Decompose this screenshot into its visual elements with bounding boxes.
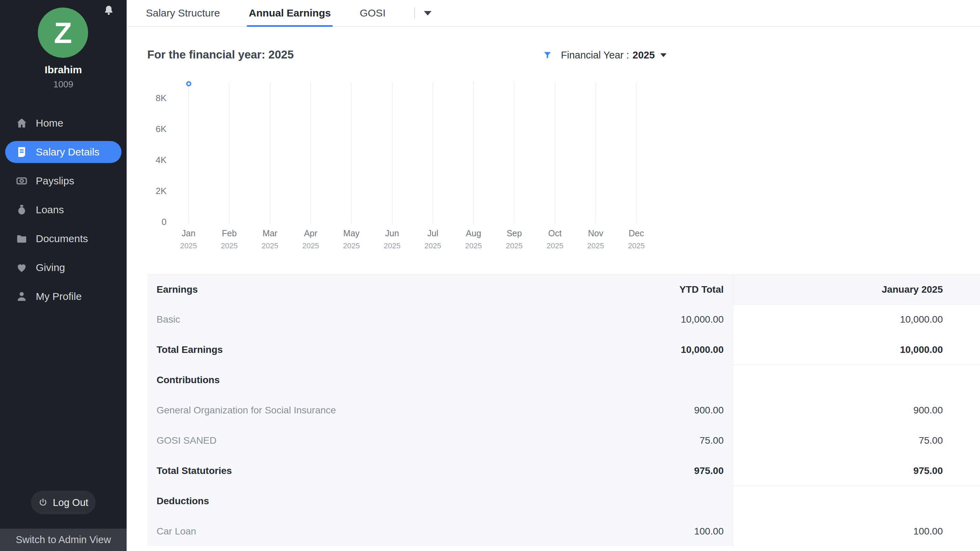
- ytd-total-value: 975.00: [595, 465, 724, 476]
- sidebar-item-salary-details-target[interactable]: Salary Details: [5, 141, 121, 163]
- vertical-gridline: [188, 82, 189, 224]
- notifications-bell-icon[interactable]: [103, 5, 114, 16]
- sidebar-item-home-target[interactable]: Home: [0, 109, 127, 138]
- month-value: 10,000.00: [724, 314, 943, 325]
- documents-icon: [16, 233, 27, 245]
- row-label: Basic: [147, 314, 595, 325]
- tab-annual-earnings[interactable]: Annual Earnings: [249, 0, 331, 26]
- ytd-total-value: 900.00: [595, 405, 724, 416]
- ytd-total-value: 100.00: [595, 526, 724, 537]
- month-value: 975.00: [724, 465, 943, 476]
- y-axis-tick-label: 0: [127, 218, 167, 226]
- vertical-gridline: [514, 82, 514, 224]
- table-rows: EarningsYTD TotalJanuary 2025Basic10,000…: [147, 275, 980, 546]
- vertical-gridline: [555, 82, 555, 224]
- sidebar-item-label: Salary Details: [36, 146, 99, 158]
- table-row-general-organization-for-social-insurance: General Organization for Social Insuranc…: [147, 395, 980, 426]
- tab-salary-structure[interactable]: Salary Structure: [146, 0, 220, 26]
- ytd-total-value: 10,000.00: [595, 344, 724, 355]
- y-axis-tick-label: 4K: [127, 156, 167, 164]
- tab-divider: [414, 7, 415, 19]
- avatar: Z: [38, 8, 88, 58]
- sidebar-item-giving-target[interactable]: Giving: [0, 253, 127, 282]
- sidebar-item-label: Payslips: [36, 175, 74, 187]
- tab-overflow-caret-icon[interactable]: [424, 11, 431, 16]
- sidebar-item-label: My Profile: [36, 291, 81, 302]
- earnings-table: EarningsYTD TotalJanuary 2025Basic10,000…: [147, 275, 980, 546]
- log-out-button[interactable]: Log Out: [31, 491, 95, 514]
- sidebar-item-my-profile: My Profile: [0, 282, 127, 311]
- profile-icon: [16, 291, 27, 302]
- x-axis-tick-label: Dec2025: [612, 229, 660, 250]
- table-row-contributions: Contributions: [147, 365, 980, 395]
- vertical-gridline: [595, 82, 596, 224]
- table-row-total-statutories: Total Statutories975.00975.00: [147, 456, 980, 486]
- giving-icon: [16, 262, 27, 273]
- sidebar-item-giving: Giving: [0, 253, 127, 282]
- month-value: 900.00: [724, 405, 943, 416]
- user-employee-id: 1009: [0, 79, 127, 90]
- filter-label: Financial Year :: [561, 49, 629, 61]
- vertical-gridline: [433, 82, 433, 224]
- row-label: Car Loan: [147, 526, 595, 537]
- filter-value: 2025: [632, 49, 655, 61]
- x-axis-year: 2025: [612, 241, 660, 250]
- financial-year-filter[interactable]: Financial Year : 2025: [543, 48, 667, 63]
- column-header-earnings: Earnings: [147, 284, 595, 295]
- payslips-icon: [16, 175, 27, 187]
- row-label: GOSI SANED: [147, 435, 595, 446]
- table-header-row: EarningsYTD TotalJanuary 2025: [147, 275, 980, 304]
- sidebar-item-home: Home: [0, 109, 127, 138]
- page-title: For the financial year: 2025: [147, 48, 294, 61]
- salary-details-icon: [16, 146, 27, 158]
- column-header-january-2025: January 2025: [724, 284, 943, 295]
- log-out-label: Log Out: [52, 497, 88, 508]
- vertical-gridline: [351, 82, 352, 224]
- sidebar-item-label: Giving: [36, 262, 65, 273]
- sidebar-item-label: Documents: [36, 233, 88, 245]
- switch-to-admin-view-button[interactable]: Switch to Admin View: [0, 529, 127, 551]
- tab-bar: Salary StructureAnnual EarningsGOSI: [127, 0, 980, 27]
- row-label: Total Statutories: [147, 465, 595, 476]
- power-icon: [38, 498, 48, 507]
- sidebar-nav: HomeSalary DetailsPayslipsLoansDocuments…: [0, 109, 127, 311]
- data-point-jan-2025[interactable]: [186, 81, 191, 86]
- table-row-gosi-saned: GOSI SANED75.0075.00: [147, 426, 980, 456]
- vertical-gridline: [392, 82, 393, 224]
- table-row-total-earnings: Total Earnings10,000.0010,000.00: [147, 335, 980, 365]
- table-row-car-loan: Car Loan100.00100.00: [147, 516, 980, 546]
- row-label: Deductions: [147, 495, 595, 507]
- month-value: 10,000.00: [724, 344, 943, 355]
- sidebar-item-documents-target[interactable]: Documents: [0, 224, 127, 253]
- sidebar-item-documents: Documents: [0, 224, 127, 253]
- vertical-gridline: [310, 82, 311, 224]
- tab-gosi[interactable]: GOSI: [360, 0, 385, 26]
- column-header-ytd-total: YTD Total: [595, 284, 724, 295]
- vertical-gridline: [636, 82, 636, 224]
- sidebar-item-loans: Loans: [0, 195, 127, 224]
- table-row-basic: Basic10,000.0010,000.00: [147, 304, 980, 335]
- home-icon: [16, 117, 27, 129]
- sidebar-item-salary-details: Salary Details: [0, 138, 127, 167]
- sidebar-item-payslips-target[interactable]: Payslips: [0, 167, 127, 195]
- row-label: Total Earnings: [147, 344, 595, 355]
- month-value: 100.00: [724, 526, 943, 537]
- chevron-down-icon: [660, 53, 667, 57]
- sidebar-item-label: Home: [36, 117, 63, 129]
- filter-funnel-icon: [543, 51, 552, 59]
- sidebar-item-label: Loans: [36, 204, 64, 216]
- sidebar-item-loans-target[interactable]: Loans: [0, 195, 127, 224]
- sidebar: Z Ibrahim 1009 HomeSalary DetailsPayslip…: [0, 0, 127, 551]
- x-axis-month: Dec: [612, 229, 660, 238]
- ytd-total-value: 75.00: [595, 435, 724, 446]
- y-axis-tick-label: 2K: [127, 186, 167, 195]
- sidebar-item-payslips: Payslips: [0, 167, 127, 195]
- vertical-gridline: [473, 82, 474, 224]
- month-value: 75.00: [724, 435, 943, 446]
- sidebar-item-my-profile-target[interactable]: My Profile: [0, 282, 127, 311]
- vertical-gridline: [229, 82, 229, 224]
- y-axis-tick-label: 6K: [127, 124, 167, 133]
- annual-earnings-chart: 02K4K6K8KJan2025Feb2025Mar2025Apr2025May…: [127, 76, 808, 254]
- ytd-total-value: 10,000.00: [595, 314, 724, 325]
- table-row-deductions: Deductions: [147, 486, 980, 516]
